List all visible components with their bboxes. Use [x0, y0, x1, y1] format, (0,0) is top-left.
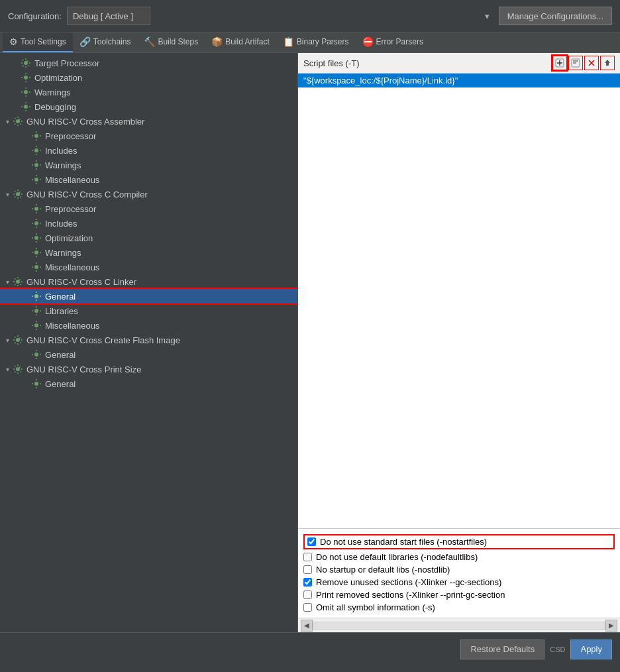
sidebar-item-debugging[interactable]: Debugging	[0, 99, 297, 114]
main-content: Target Processor Optimization Warnings D…	[0, 53, 620, 632]
sidebar-item-linker-general[interactable]: General	[0, 289, 297, 304]
cog-icon-compiler	[12, 188, 24, 200]
sidebar-item-gnu-assembler[interactable]: ▾ GNU RISC-V Cross Assembler	[0, 114, 297, 129]
cog-icon-flash	[12, 334, 24, 346]
cog-icon-cc-misc	[30, 261, 42, 273]
horizontal-scrollbar[interactable]	[313, 622, 605, 630]
svg-point-10	[34, 207, 38, 211]
sidebar-item-assembler-misc[interactable]: Miscellaneous	[0, 172, 297, 187]
sidebar-item-assembler-preprocessor[interactable]: Preprocessor	[0, 129, 297, 143]
cog-icon-opt	[20, 72, 32, 84]
cog-icon-cc-opt	[30, 232, 42, 244]
sidebar-item-gnu-print[interactable]: ▾ GNU RISC-V Cross Print Size	[0, 362, 297, 376]
sidebar-item-print-general[interactable]: General	[0, 376, 297, 391]
checkbox-omit-symbol[interactable]	[303, 603, 312, 612]
toolchains-icon: 🔗	[79, 36, 91, 47]
expand-flash[interactable]: ▾	[3, 337, 12, 344]
tab-toolchains-label: Toolchains	[93, 37, 131, 46]
sidebar-item-gnu-c-compiler[interactable]: ▾ GNU RISC-V Cross C Compiler	[0, 187, 297, 201]
sidebar-item-gnu-c-linker[interactable]: ▾ GNU RISC-V Cross C Linker	[0, 274, 297, 289]
tab-build-steps[interactable]: 🔨 Build Steps	[137, 32, 205, 52]
checkbox-no-start-files[interactable]	[307, 537, 316, 546]
expand-print[interactable]: ▾	[3, 366, 12, 373]
label-gnu-assembler: GNU RISC-V Cross Assembler	[26, 117, 144, 127]
tree-panel: Target Processor Optimization Warnings D…	[0, 53, 298, 632]
script-item-link-ld[interactable]: "${workspace_loc:/${ProjName}/Link.ld}"	[298, 74, 620, 87]
checkbox-no-default-libs[interactable]	[303, 553, 312, 561]
checkbox-no-stdlib[interactable]	[303, 565, 312, 574]
config-label: Configuration:	[8, 11, 62, 21]
tab-binary-parsers[interactable]: 📋 Binary Parsers	[276, 32, 356, 52]
sidebar-item-gnu-flash[interactable]: ▾ GNU RISC-V Cross Create Flash Image	[0, 333, 297, 347]
sidebar-item-assembler-includes[interactable]: Includes	[0, 143, 297, 158]
restore-defaults-button[interactable]: Restore Defaults	[460, 640, 544, 659]
sidebar-item-compiler-warnings[interactable]: Warnings	[0, 245, 297, 260]
expand-c-compiler[interactable]: ▾	[3, 191, 12, 198]
delete-script-button[interactable]	[584, 56, 599, 70]
add-workspace-button[interactable]	[568, 56, 583, 70]
option-print-removed[interactable]: Print removed sections (-Xlinker --print…	[303, 588, 615, 601]
scroll-right-button[interactable]: ▶	[605, 620, 617, 632]
label-remove-unused: Remove unused sections (-Xlinker --gc-se…	[316, 577, 501, 587]
scroll-left-button[interactable]: ◀	[301, 620, 313, 632]
sidebar-item-compiler-optimization[interactable]: Optimization	[0, 231, 297, 245]
option-no-start-files[interactable]: Do not use standard start files (-nostar…	[303, 534, 615, 549]
option-omit-symbol[interactable]: Omit all symbol information (-s)	[303, 601, 615, 614]
options-area: Do not use standard start files (-nostar…	[298, 528, 620, 618]
label-assembler-warnings: Warnings	[45, 160, 81, 170]
svg-point-13	[34, 251, 38, 254]
cog-icon-warn	[20, 86, 32, 98]
svg-point-17	[34, 309, 38, 313]
add-script-button[interactable]	[552, 56, 567, 70]
option-no-stdlib[interactable]: No startup or default libs (-nostdlib)	[303, 563, 615, 576]
label-no-start-files: Do not use standard start files (-nostar…	[320, 537, 487, 547]
tab-toolchains[interactable]: 🔗 Toolchains	[73, 32, 138, 52]
tab-build-artifact-label: Build Artifact	[225, 37, 270, 46]
sidebar-item-compiler-preprocessor[interactable]: Preprocessor	[0, 201, 297, 216]
label-compiler-warnings: Warnings	[45, 248, 81, 258]
cog-icon-assembler	[12, 115, 24, 127]
label-gnu-c-compiler: GNU RISC-V Cross C Compiler	[26, 190, 148, 199]
tab-binary-parsers-label: Binary Parsers	[297, 37, 349, 46]
tab-build-artifact[interactable]: 📦 Build Artifact	[205, 32, 276, 52]
sidebar-item-assembler-warnings[interactable]: Warnings	[0, 158, 297, 172]
option-no-default-libs[interactable]: Do not use default libraries (-nodefault…	[303, 551, 615, 563]
config-select-wrap[interactable]: Debug [ Active ]	[67, 7, 493, 25]
sidebar-item-warnings-top[interactable]: Warnings	[0, 85, 297, 99]
manage-configurations-button[interactable]: Manage Configurations...	[499, 7, 612, 25]
label-assembler-preprocessor: Preprocessor	[45, 131, 96, 141]
label-compiler-misc: Miscellaneous	[45, 262, 99, 272]
sidebar-item-linker-libraries[interactable]: Libraries	[0, 304, 297, 318]
sidebar-item-flash-general[interactable]: General	[0, 347, 297, 362]
sidebar-item-optimization-top[interactable]: Optimization	[0, 70, 297, 85]
sidebar-item-target-processor[interactable]: Target Processor	[0, 56, 297, 70]
sidebar-item-compiler-includes[interactable]: Includes	[0, 216, 297, 231]
config-select[interactable]: Debug [ Active ]	[67, 7, 150, 25]
script-item-value: "${workspace_loc:/${ProjName}/Link.ld}"	[303, 76, 458, 85]
tab-tool-settings[interactable]: ⚙ Tool Settings	[3, 32, 73, 52]
checkbox-print-removed[interactable]	[303, 590, 312, 599]
checkbox-remove-unused[interactable]	[303, 578, 312, 587]
sidebar-item-compiler-misc[interactable]: Miscellaneous	[0, 260, 297, 274]
expand-assembler[interactable]: ▾	[3, 118, 12, 125]
scroll-bar-area: ◀ ▶	[298, 618, 620, 632]
svg-point-22	[34, 382, 38, 386]
script-files-header: Script files (-T)	[298, 53, 620, 74]
apply-button[interactable]: Apply	[570, 640, 612, 659]
option-remove-unused[interactable]: Remove unused sections (-Xlinker --gc-se…	[303, 576, 615, 588]
script-actions	[552, 56, 615, 70]
cog-icon-cc-warn	[30, 247, 42, 258]
cog-icon-linker-misc	[30, 319, 42, 331]
sidebar-item-linker-misc[interactable]: Miscellaneous	[0, 318, 297, 333]
build-artifact-icon: 📦	[211, 36, 223, 47]
cog-icon-asm-inc	[30, 144, 42, 156]
move-up-button[interactable]	[600, 56, 615, 70]
label-optimization-top: Optimization	[34, 73, 82, 83]
tab-error-parsers[interactable]: ⛔ Error Parsers	[356, 32, 430, 52]
expand-c-linker[interactable]: ▾	[3, 278, 12, 286]
csd-label: CSD	[550, 645, 565, 653]
label-warnings-top: Warnings	[34, 87, 70, 97]
svg-point-12	[34, 236, 38, 240]
svg-point-18	[34, 323, 38, 327]
label-no-stdlib: No startup or default libs (-nostdlib)	[316, 565, 450, 575]
